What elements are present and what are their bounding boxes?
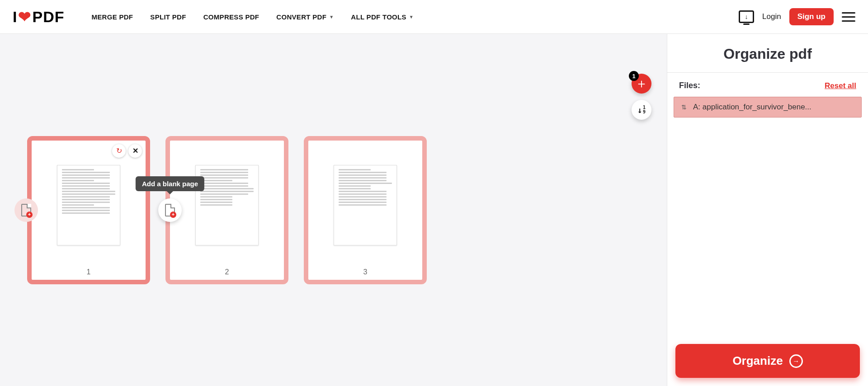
desktop-download-icon[interactable]: ↓ bbox=[739, 10, 754, 23]
nav-merge[interactable]: MERGE PDF bbox=[91, 13, 133, 21]
signup-button[interactable]: Sign up bbox=[789, 8, 834, 25]
page-actions: ↻ ✕ bbox=[112, 144, 142, 158]
sort-icon: ↓ 19 bbox=[637, 105, 646, 115]
logo-post: PDF bbox=[32, 8, 64, 26]
drag-handle-icon[interactable]: ⇅ bbox=[681, 104, 687, 111]
tooltip: Add a blank page bbox=[136, 176, 204, 191]
app-header: I ❤ PDF MERGE PDF SPLIT PDF COMPRESS PDF… bbox=[0, 0, 868, 34]
nav-convert[interactable]: CONVERT PDF▼ bbox=[276, 13, 334, 21]
document-plus-icon: + bbox=[165, 204, 175, 217]
nav-split[interactable]: SPLIT PDF bbox=[150, 13, 186, 21]
menu-icon[interactable] bbox=[842, 12, 855, 22]
file-count-badge: 1 bbox=[629, 71, 639, 81]
chevron-down-icon: ▼ bbox=[409, 14, 414, 19]
nav-compress[interactable]: COMPRESS PDF bbox=[203, 13, 259, 21]
header-right: ↓ Login Sign up bbox=[739, 8, 855, 25]
main-nav: MERGE PDF SPLIT PDF COMPRESS PDF CONVERT… bbox=[91, 13, 414, 21]
file-name: A: application_for_survivor_bene... bbox=[693, 103, 811, 112]
nav-all-tools[interactable]: ALL PDF TOOLS▼ bbox=[351, 13, 414, 21]
sidebar-title: Organize pdf bbox=[667, 34, 868, 73]
page-canvas: ＋ 1 ↓ 19 + ↻ ✕ bbox=[0, 34, 667, 386]
rotate-page-button[interactable]: ↻ bbox=[112, 144, 126, 158]
organize-label: Organize bbox=[732, 354, 783, 368]
page-number: 1 bbox=[87, 268, 91, 276]
page-preview bbox=[334, 165, 397, 245]
document-plus-icon: + bbox=[21, 204, 31, 217]
add-file-button[interactable]: ＋ 1 bbox=[632, 74, 651, 94]
files-header-row: Files: Reset all bbox=[667, 73, 868, 97]
chevron-down-icon: ▼ bbox=[329, 14, 334, 19]
add-blank-before-1[interactable]: + bbox=[14, 198, 38, 222]
page-thumbnail-2[interactable]: + Add a blank page 2 bbox=[165, 136, 288, 284]
pages-row: + ↻ ✕ 1 + Add a blank page bbox=[27, 136, 427, 284]
page-number: 2 bbox=[225, 268, 229, 276]
sidebar-footer: Organize → bbox=[667, 336, 868, 386]
page-thumbnail-3[interactable]: 3 bbox=[304, 136, 427, 284]
page-number: 3 bbox=[363, 268, 368, 276]
file-item[interactable]: ⇅ A: application_for_survivor_bene... bbox=[674, 97, 862, 118]
sidebar: Organize pdf Files: Reset all ⇅ A: appli… bbox=[667, 34, 868, 386]
floating-actions: ＋ 1 ↓ 19 bbox=[632, 74, 651, 120]
page-preview bbox=[195, 165, 259, 245]
organize-button[interactable]: Organize → bbox=[675, 344, 860, 378]
page-thumbnail-1[interactable]: + ↻ ✕ 1 bbox=[27, 136, 150, 284]
page-preview bbox=[57, 165, 120, 245]
logo-pre: I bbox=[13, 8, 17, 26]
main: ＋ 1 ↓ 19 + ↻ ✕ bbox=[0, 34, 868, 386]
reset-all-link[interactable]: Reset all bbox=[825, 81, 856, 90]
add-blank-before-2[interactable]: + Add a blank page bbox=[158, 198, 182, 222]
login-link[interactable]: Login bbox=[762, 12, 781, 21]
files-label: Files: bbox=[679, 81, 700, 90]
heart-icon: ❤ bbox=[18, 8, 31, 26]
arrow-right-icon: → bbox=[789, 354, 803, 368]
logo[interactable]: I ❤ PDF bbox=[13, 8, 64, 26]
remove-page-button[interactable]: ✕ bbox=[128, 144, 142, 158]
sort-pages-button[interactable]: ↓ 19 bbox=[632, 100, 651, 120]
